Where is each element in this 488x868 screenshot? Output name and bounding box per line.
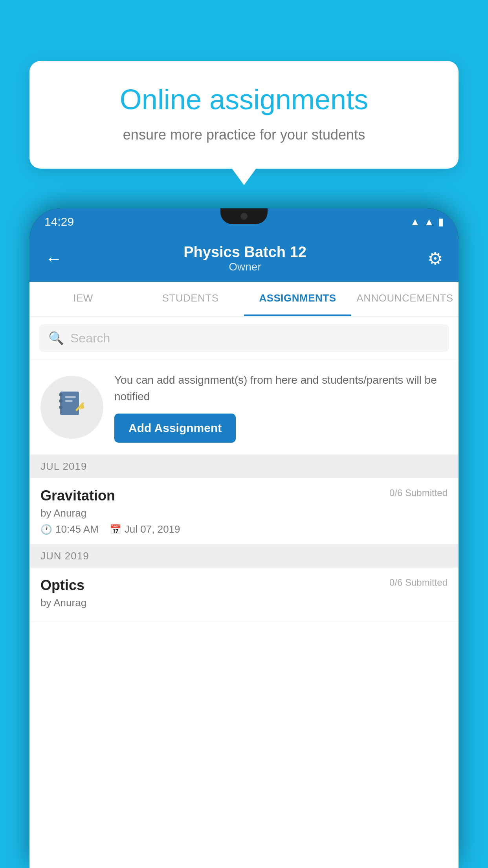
promo-description: You can add assignment(s) from here and … (114, 372, 448, 405)
assignment-item-gravitation[interactable]: Gravitation 0/6 Submitted by Anurag 🕐 10… (29, 478, 459, 544)
calendar-icon: 📅 (110, 524, 121, 535)
meta-time: 🕐 10:45 AM (40, 523, 99, 535)
assignment-date: Jul 07, 2019 (125, 523, 180, 535)
tab-announcements[interactable]: ANNOUNCEMENTS (351, 282, 459, 316)
assignment-time: 10:45 AM (55, 523, 99, 535)
assignment-submitted-optics: 0/6 Submitted (389, 577, 448, 588)
add-assignment-promo: You can add assignment(s) from here and … (29, 360, 459, 455)
app-header: ← Physics Batch 12 Owner ⚙ (29, 235, 459, 282)
status-time: 14:29 (44, 215, 74, 228)
assignment-by-optics: by Anurag (40, 597, 448, 609)
status-icons: ▲ ▲ ▮ (410, 216, 444, 228)
svg-rect-5 (65, 400, 73, 402)
add-assignment-button[interactable]: Add Assignment (114, 414, 236, 443)
notebook-icon (56, 388, 88, 426)
tab-students[interactable]: STUDENTS (137, 282, 244, 316)
tab-assignments[interactable]: ASSIGNMENTS (244, 282, 351, 316)
battery-icon: ▮ (438, 216, 444, 228)
assignment-item-optics[interactable]: Optics 0/6 Submitted by Anurag (29, 568, 459, 622)
search-bar: 🔍 Search (29, 316, 459, 360)
month-header-jun: JUN 2019 (29, 544, 459, 568)
tooltip-card: Online assignments ensure more practice … (29, 61, 459, 169)
batch-title: Physics Batch 12 (183, 244, 306, 261)
signal-icon: ▲ (424, 216, 434, 228)
month-header-jul: JUL 2019 (29, 455, 459, 478)
batch-role: Owner (183, 261, 306, 273)
search-icon: 🔍 (48, 331, 64, 346)
settings-icon[interactable]: ⚙ (427, 248, 443, 268)
phone-content: 🔍 Search (29, 316, 459, 868)
phone-notch (220, 208, 268, 224)
status-bar: 14:29 ▲ ▲ ▮ (29, 208, 459, 235)
svg-rect-1 (59, 393, 62, 396)
svg-rect-4 (65, 396, 76, 398)
assignment-name-optics: Optics (40, 577, 84, 594)
svg-rect-0 (60, 392, 79, 415)
phone-shell: 14:29 ▲ ▲ ▮ ← Physics Batch 12 Owner ⚙ I… (29, 208, 459, 868)
assignment-submitted: 0/6 Submitted (389, 487, 448, 498)
meta-date: 📅 Jul 07, 2019 (110, 523, 180, 535)
tabs-bar: IEW STUDENTS ASSIGNMENTS ANNOUNCEMENTS (29, 282, 459, 316)
header-title-wrap: Physics Batch 12 Owner (183, 244, 306, 273)
promo-text-wrap: You can add assignment(s) from here and … (114, 372, 448, 443)
assignment-top-optics: Optics 0/6 Submitted (40, 577, 448, 594)
assignment-by: by Anurag (40, 507, 448, 519)
svg-rect-2 (59, 399, 62, 403)
assignment-name: Gravitation (40, 487, 115, 504)
search-placeholder-text: Search (70, 331, 110, 346)
clock-icon: 🕐 (40, 524, 52, 535)
tooltip-title: Online assignments (55, 83, 433, 116)
assignment-meta: 🕐 10:45 AM 📅 Jul 07, 2019 (40, 523, 448, 535)
search-input-wrap[interactable]: 🔍 Search (39, 324, 449, 352)
svg-rect-3 (59, 406, 62, 409)
camera-icon (240, 213, 248, 220)
tab-iew[interactable]: IEW (29, 282, 137, 316)
back-button[interactable]: ← (45, 249, 62, 268)
tooltip-subtitle: ensure more practice for your students (55, 125, 433, 145)
promo-icon-circle (40, 376, 103, 439)
wifi-icon: ▲ (410, 216, 420, 228)
assignment-top: Gravitation 0/6 Submitted (40, 487, 448, 504)
